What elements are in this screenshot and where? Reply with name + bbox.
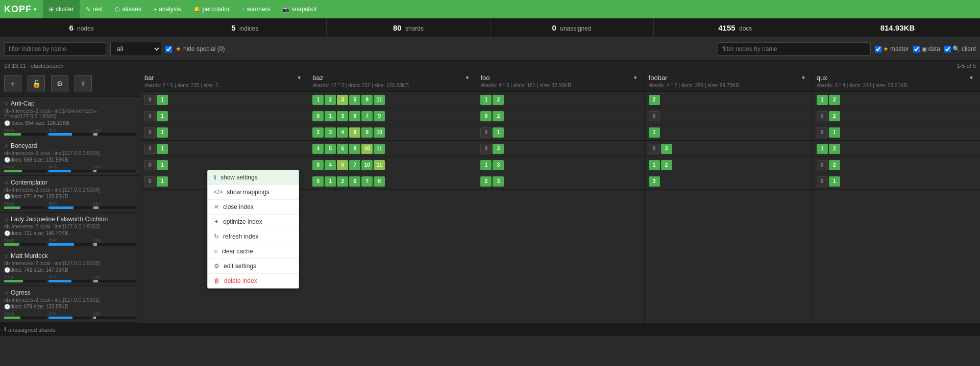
filter-type-select[interactable]: all (110, 42, 161, 56)
index-dropdown-bar[interactable]: ▼ (295, 74, 304, 82)
shard-cell[interactable]: 7 (349, 160, 360, 170)
shard-cell[interactable]: 3 (493, 176, 504, 187)
shard-cell[interactable]: 2 (649, 95, 660, 105)
shard-cell[interactable]: 2 (661, 160, 672, 170)
client-checkbox[interactable] (944, 46, 951, 53)
shard-cell[interactable]: 0 (144, 176, 156, 187)
shard-cell[interactable]: 1 (493, 127, 504, 138)
shard-cell[interactable]: 0 (144, 144, 156, 154)
settings-button[interactable]: ⚙ (51, 75, 68, 92)
shard-cell[interactable]: 10 (374, 127, 385, 138)
shard-cell[interactable]: 0 (480, 127, 492, 138)
shard-cell[interactable]: 0 (312, 160, 324, 170)
nav-item-analysis[interactable]: + analysis (148, 0, 187, 18)
shard-cell[interactable]: 1 (157, 95, 168, 105)
shard-cell[interactable]: 2 (829, 95, 840, 105)
nav-item-snapshot[interactable]: 📷 snapshot (276, 0, 323, 18)
index-dropdown-foo[interactable]: ▼ (631, 74, 640, 82)
menu-item-show-mappings[interactable]: </> show mappings (208, 185, 299, 200)
shard-cell[interactable]: 0 (312, 111, 324, 121)
shard-cell[interactable]: 1 (649, 160, 660, 170)
menu-item-optimize-index[interactable]: ✦ optimize index (208, 215, 299, 229)
filter-nodes-input[interactable] (718, 42, 871, 56)
shard-cell[interactable]: 2 (829, 111, 840, 121)
index-dropdown-qux[interactable]: ▼ (967, 74, 976, 82)
menu-item-refresh-index[interactable]: ↻ refresh index (208, 229, 299, 244)
shard-cell[interactable]: 5 (337, 160, 348, 170)
shard-cell[interactable]: 2 (325, 95, 336, 105)
shard-cell[interactable]: 7 (361, 176, 373, 187)
shard-cell[interactable]: 1 (817, 144, 828, 154)
brand-dropdown[interactable]: ▾ (34, 6, 37, 13)
shard-cell[interactable]: 6 (349, 176, 360, 187)
shard-cell[interactable]: 1 (157, 144, 168, 154)
nav-item-rest[interactable]: ✎ rest (80, 0, 109, 18)
shard-cell[interactable]: 10 (361, 160, 373, 170)
shard-cell[interactable]: 3 (493, 160, 504, 170)
shard-cell[interactable]: 0 (817, 127, 828, 138)
shard-cell[interactable]: 3 (661, 144, 672, 154)
shard-cell[interactable]: 0 (817, 160, 828, 170)
shard-cell[interactable]: 5 (349, 95, 360, 105)
shard-cell[interactable]: 0 (312, 176, 324, 187)
shard-cell[interactable]: 4 (312, 144, 324, 154)
shard-cell[interactable]: 9 (361, 95, 373, 105)
shard-cell[interactable]: 11 (374, 160, 385, 170)
shard-cell[interactable]: 2 (493, 95, 504, 105)
shard-cell[interactable]: 0 (649, 144, 660, 154)
shard-cell[interactable]: 2 (829, 160, 840, 170)
shard-cell[interactable]: 6 (337, 144, 348, 154)
shard-cell[interactable]: 0 (144, 111, 156, 121)
filter-indices-input[interactable] (4, 42, 106, 56)
shard-cell[interactable]: 1 (157, 160, 168, 170)
nav-item-cluster[interactable]: ⊞ cluster (43, 0, 80, 18)
shard-cell[interactable]: 2 (312, 127, 324, 138)
shard-cell[interactable]: 0 (817, 176, 828, 187)
index-dropdown-foobar[interactable]: ▼ (799, 74, 808, 82)
shard-cell[interactable]: 1 (829, 127, 840, 138)
master-checkbox[interactable] (875, 46, 881, 53)
shard-cell[interactable]: 1 (157, 176, 168, 187)
shard-cell[interactable]: 3 (493, 144, 504, 154)
health-button[interactable]: ⚕ (75, 75, 92, 92)
shard-cell[interactable]: 0 (480, 111, 492, 121)
index-dropdown-baz[interactable]: ▼ (463, 74, 472, 82)
nav-item-aliases[interactable]: ⬡ aliases (109, 0, 147, 18)
nav-item-percolator[interactable]: 🔔 percolator (187, 0, 236, 18)
menu-item-show-settings[interactable]: ℹ show settings (208, 170, 299, 185)
shard-cell[interactable]: 8 (349, 144, 360, 154)
add-index-button[interactable]: + (4, 75, 21, 92)
shard-cell[interactable]: 0 (480, 144, 492, 154)
shard-cell[interactable]: 7 (361, 111, 373, 121)
menu-item-delete-index[interactable]: 🗑 delete index (208, 274, 299, 288)
shard-cell[interactable]: 0 (144, 160, 156, 170)
menu-item-close-index[interactable]: ✕ close index (208, 200, 299, 215)
shard-cell[interactable]: 1 (817, 95, 828, 105)
shard-cell[interactable]: 1 (325, 111, 336, 121)
lock-button[interactable]: 🔓 (28, 75, 45, 92)
shard-cell[interactable]: 0 (144, 127, 156, 138)
shard-cell[interactable]: 1 (829, 176, 840, 187)
shard-cell[interactable]: 10 (361, 144, 373, 154)
shard-cell[interactable]: 0 (649, 111, 660, 121)
shard-cell[interactable]: 8 (374, 176, 385, 187)
shard-cell[interactable]: 1 (480, 95, 492, 105)
shard-cell[interactable]: 1 (325, 176, 336, 187)
shard-cell[interactable]: 2 (480, 176, 492, 187)
menu-item-clear-cache[interactable]: ○ clear cache (208, 244, 299, 259)
menu-item-edit-settings[interactable]: ⚙ edit settings (208, 259, 299, 274)
shard-cell[interactable]: 3 (337, 95, 348, 105)
data-checkbox[interactable] (913, 46, 920, 53)
shard-cell[interactable]: 11 (374, 144, 385, 154)
shard-cell[interactable]: 1 (157, 127, 168, 138)
shard-cell[interactable]: 1 (157, 111, 168, 121)
shard-cell[interactable]: 9 (361, 127, 373, 138)
shard-cell[interactable]: 1 (649, 127, 660, 138)
shard-cell[interactable]: 0 (144, 95, 156, 105)
shard-cell[interactable]: 5 (325, 144, 336, 154)
shard-cell[interactable]: 1 (312, 95, 324, 105)
shard-cell[interactable]: 2 (493, 111, 504, 121)
shard-cell[interactable]: 3 (325, 127, 336, 138)
shard-cell[interactable]: 0 (817, 111, 828, 121)
shard-cell[interactable]: 3 (649, 176, 660, 187)
